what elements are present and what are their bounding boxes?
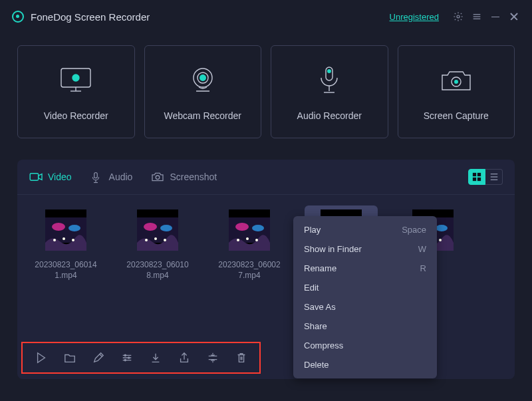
edit-button[interactable]: [88, 347, 109, 368]
tab-screenshot[interactable]: Screenshot: [151, 172, 217, 182]
titlebar: FoneDog Screen Recorder Unregistered: [0, 0, 532, 31]
camera-small-icon: [151, 172, 164, 182]
library-item[interactable]: 20230823_060027.mp4: [213, 205, 286, 285]
file-name-label: 20230823_060027.mp4: [218, 260, 280, 281]
play-icon: [35, 352, 47, 364]
context-menu-label: Show in Finder: [304, 244, 362, 254]
compress-button[interactable]: [202, 347, 223, 368]
video-thumbnail: [229, 209, 270, 251]
share-button[interactable]: [174, 347, 195, 368]
save-button[interactable]: [145, 347, 166, 368]
context-menu-item[interactable]: Delete: [293, 355, 437, 374]
microphone-icon: [316, 63, 342, 98]
grid-view-button[interactable]: [468, 169, 485, 185]
tab-label: Audio: [109, 172, 133, 182]
context-menu-label: Share: [304, 321, 327, 331]
app-logo-icon: [12, 11, 24, 23]
context-menu-item[interactable]: Compress: [293, 336, 437, 355]
context-menu-shortcut: Space: [402, 225, 426, 235]
settings-gear-icon[interactable]: [452, 11, 464, 23]
context-menu-item[interactable]: Share: [293, 317, 437, 336]
context-menu-item[interactable]: PlaySpace: [293, 220, 437, 239]
context-menu: PlaySpaceShow in FinderWRenameREditSave …: [293, 216, 437, 378]
svg-point-9: [200, 74, 206, 81]
context-menu-item[interactable]: Edit: [293, 278, 437, 297]
camera-icon: [440, 63, 473, 98]
context-menu-label: Play: [304, 225, 321, 235]
delete-button[interactable]: [231, 347, 252, 368]
library-panel: Video Audio Screenshot: [17, 160, 515, 379]
context-menu-shortcut: W: [418, 244, 426, 254]
context-menu-label: Rename: [304, 263, 336, 273]
video-thumbnail: [45, 209, 86, 251]
mode-card-audio-recorder[interactable]: Audio Recorder: [271, 45, 388, 138]
download-icon: [150, 352, 162, 364]
tab-label: Video: [48, 172, 72, 182]
compress-icon: [207, 352, 219, 364]
context-menu-label: Delete: [304, 360, 329, 370]
view-toggle: [468, 169, 503, 185]
minimize-icon[interactable]: [489, 11, 501, 23]
svg-point-7: [72, 74, 79, 81]
monitor-record-icon: [59, 63, 93, 98]
folder-icon: [64, 352, 76, 364]
svg-rect-22: [473, 173, 476, 176]
library-tab-bar: Video Audio Screenshot: [17, 160, 515, 195]
mode-label: Webcam Recorder: [164, 110, 241, 121]
mode-label: Video Recorder: [44, 110, 108, 121]
library-item[interactable]: 20230823_060141.mp4: [29, 205, 102, 285]
share-icon: [178, 352, 190, 364]
adjust-button[interactable]: [116, 347, 138, 368]
svg-point-12: [327, 69, 331, 73]
svg-rect-25: [477, 178, 481, 181]
context-menu-label: Compress: [304, 340, 343, 350]
file-name-label: 20230823_060108.mp4: [126, 260, 188, 281]
app-window: FoneDog Screen Recorder Unregistered: [0, 0, 532, 401]
svg-rect-17: [30, 174, 38, 181]
mode-card-video-recorder[interactable]: Video Recorder: [17, 45, 135, 138]
microphone-small-icon: [90, 172, 104, 182]
sliders-icon: [121, 352, 133, 364]
context-menu-shortcut: R: [420, 263, 426, 273]
file-name-label: 20230823_060141.mp4: [35, 260, 96, 281]
library-toolbar: [21, 342, 261, 374]
context-menu-item[interactable]: Save As: [293, 297, 437, 317]
svg-rect-23: [477, 173, 481, 176]
mode-label: Screen Capture: [424, 110, 489, 121]
trash-icon: [235, 352, 247, 364]
webcam-icon: [187, 63, 219, 98]
context-menu-label: Edit: [304, 283, 319, 293]
list-view-button[interactable]: [485, 169, 503, 185]
library-item[interactable]: 20230823_060108.mp4: [121, 205, 194, 285]
mode-label: Audio Recorder: [297, 110, 362, 121]
tab-audio[interactable]: Audio: [90, 172, 133, 182]
open-folder-button[interactable]: [59, 347, 80, 368]
app-title: FoneDog Screen Recorder: [31, 11, 150, 23]
recorder-modes-row: Video Recorder Webcam Recorder: [0, 31, 532, 145]
video-thumbnail: [137, 209, 178, 251]
pencil-icon: [92, 352, 104, 364]
tab-video[interactable]: Video: [29, 172, 72, 182]
svg-point-0: [457, 15, 460, 18]
context-menu-item[interactable]: RenameR: [293, 259, 437, 278]
play-button[interactable]: [31, 347, 52, 368]
close-icon[interactable]: [508, 11, 520, 23]
library-grid: 20230823_060141.mp420230823_060108.mp420…: [17, 195, 515, 295]
svg-rect-18: [94, 173, 97, 178]
svg-point-21: [156, 176, 160, 180]
mode-card-webcam-recorder[interactable]: Webcam Recorder: [144, 45, 262, 138]
svg-rect-24: [473, 178, 476, 181]
video-camera-icon: [29, 172, 43, 182]
registration-status-link[interactable]: Unregistered: [390, 12, 439, 22]
mode-card-screen-capture[interactable]: Screen Capture: [398, 45, 515, 138]
hamburger-menu-icon[interactable]: [471, 11, 483, 23]
svg-point-16: [454, 80, 458, 84]
tab-label: Screenshot: [170, 172, 217, 182]
context-menu-label: Save As: [304, 302, 336, 312]
context-menu-item[interactable]: Show in FinderW: [293, 239, 437, 259]
